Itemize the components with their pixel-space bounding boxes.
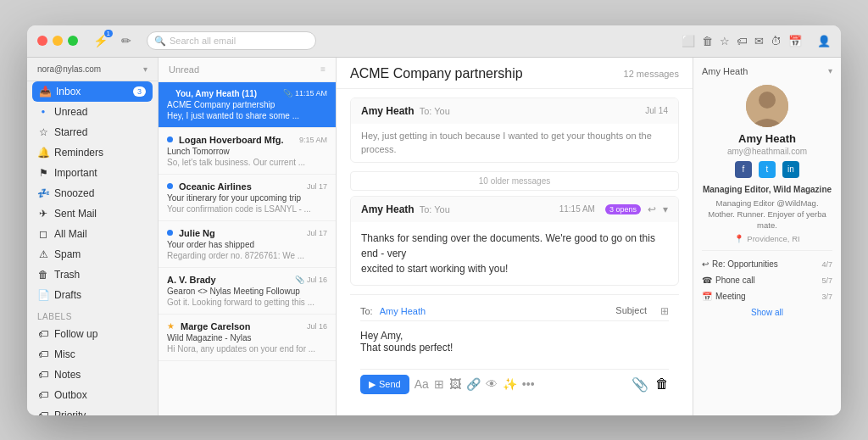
thread-body-line1: Thanks for sending over the documents. W… (361, 232, 655, 259)
sidebar-item-reminders[interactable]: 🔔 Reminders (27, 142, 158, 163)
email-item-4[interactable]: Julie Ng Jul 17 Your order has shipped R… (159, 221, 336, 268)
email-sender-5: A. V. Brady (167, 275, 216, 285)
eye-icon[interactable]: 👁 (486, 377, 498, 391)
account-icon[interactable]: 👤 (817, 35, 831, 47)
label-misc: Misc (54, 348, 75, 360)
svg-point-1 (759, 92, 776, 109)
thread-to-collapsed: To: You (420, 106, 450, 116)
related-item-2[interactable]: ☎ Phone call 5/7 (702, 272, 832, 288)
sidebar-item-priority[interactable]: 🏷 Priority (27, 405, 158, 415)
compose-to-value: Amy Heath (380, 306, 426, 316)
related-item-3[interactable]: 📅 Meeting 3/7 (702, 288, 832, 304)
sidebar-item-snoozed[interactable]: 💤 Snoozed (27, 183, 158, 203)
email-preview-6: Hi Nora, any updates on your end for ... (167, 344, 327, 354)
send-button[interactable]: ▶ Send (360, 375, 409, 394)
label-outbox-icon: 🏷 (37, 389, 49, 401)
inbox-badge: 3 (133, 86, 146, 97)
sidebar-item-important[interactable]: ⚑ Important (27, 163, 158, 183)
image-icon[interactable]: 🖼 (449, 377, 461, 391)
fullscreen-button[interactable] (68, 36, 78, 46)
sidebar-account[interactable]: nora@nylas.com ▾ (27, 58, 158, 81)
email-item-1[interactable]: You, Amy Heath (11) 📎 11:15 AM ACME Comp… (159, 82, 336, 128)
table-icon[interactable]: ⊞ (434, 377, 444, 391)
sidebar-item-label: Drafts (54, 289, 81, 301)
sidebar-item-starred[interactable]: ☆ Starred (27, 122, 158, 142)
delete-compose-icon[interactable]: 🗑 (655, 376, 669, 393)
sidebar-item-drafts[interactable]: 📄 Drafts (27, 285, 158, 305)
email-item-3[interactable]: Oceanic Airlines Jul 17 Your itinerary f… (159, 175, 336, 221)
unread-icon: ● (37, 108, 49, 115)
sidebar-item-sent[interactable]: ✈ Sent Mail (27, 203, 158, 224)
more-options-icon[interactable]: ••• (522, 377, 535, 391)
reply-icon[interactable]: ↩ (648, 203, 656, 215)
compose-line1: Hey Amy, (360, 330, 669, 342)
main-content: nora@nylas.com ▾ 📥 Inbox 3 ● Unread ☆ St… (27, 58, 841, 415)
contact-name-header: Amy Heath (702, 66, 748, 76)
calendar-icon[interactable]: 📅 (788, 35, 802, 47)
unread-dot-3 (167, 183, 173, 189)
email-preview-2: So, let's talk business. Our current ... (167, 158, 327, 167)
unread-indicator (167, 91, 173, 97)
email-item-2[interactable]: Logan Hoverboard Mfg. 9:15 AM Lunch Tomo… (159, 128, 336, 175)
notification-badge: 1 (104, 30, 113, 37)
email-list-title: Unread (169, 64, 199, 75)
account-email: nora@nylas.com (37, 64, 101, 74)
clock-icon[interactable]: ⏱ (771, 35, 782, 47)
older-messages-divider[interactable]: 10 older messages (350, 171, 679, 191)
email-list: Unread ≡ You, Amy Heath (11) 📎 11:15 AM … (159, 58, 337, 415)
label-outbox: Outbox (54, 389, 87, 401)
email-time-4: Jul 17 (307, 229, 327, 237)
contact-chevron-icon[interactable]: ▾ (828, 66, 832, 75)
sidebar-item-label: Important (54, 167, 97, 179)
contact-avatar (746, 85, 788, 127)
link-icon[interactable]: 🔗 (466, 377, 481, 391)
email-item-5[interactable]: A. V. Brady 📎 Jul 16 Gearon <> Nylas Mee… (159, 268, 336, 315)
attachment-compose-icon[interactable]: 📎 (632, 376, 648, 393)
sidebar-item-notes[interactable]: 🏷 Notes (27, 365, 158, 385)
sidebar-item-allmail[interactable]: ◻ All Mail (27, 224, 158, 244)
email-sender-3: Oceanic Airlines (179, 181, 252, 192)
label-notes: Notes (54, 369, 81, 381)
email-subject-3: Your itinerary for your upcoming trip (167, 193, 327, 203)
mail-icon[interactable]: ✉ (754, 35, 764, 47)
email-sender-2: Logan Hoverboard Mfg. (179, 135, 283, 145)
related-item-1[interactable]: ↩ Re: Opportunities 4/7 (702, 256, 832, 272)
location-icon: 📍 (734, 234, 744, 243)
contact-divider (702, 250, 832, 251)
send-label: Send (379, 379, 401, 389)
compose-body[interactable]: Hey Amy, That sounds perfect! (360, 326, 669, 369)
sidebar-item-inbox[interactable]: 📥 Inbox 3 (32, 81, 153, 102)
search-bar[interactable]: 🔍 Search all email (147, 31, 316, 50)
close-button[interactable] (37, 36, 47, 46)
related-text-3: Meeting (715, 292, 746, 301)
compose-expand-icon[interactable]: ⊞ (660, 305, 669, 317)
sidebar-item-label: Inbox (56, 86, 81, 97)
sidebar-item-trash[interactable]: 🗑 Trash (27, 265, 158, 285)
sidebar-item-followup[interactable]: 🏷 Follow up (27, 324, 158, 344)
facebook-icon[interactable]: f (735, 161, 752, 178)
sidebar-item-label: Unread (54, 106, 87, 118)
twitter-icon[interactable]: t (759, 161, 776, 178)
star-icon[interactable]: ☆ (720, 35, 730, 47)
trash-icon[interactable]: 🗑 (702, 35, 713, 47)
trash-folder-icon: 🗑 (37, 269, 49, 281)
sidebar-item-unread[interactable]: ● Unread (27, 102, 158, 122)
format-icon[interactable]: Aa (415, 377, 429, 391)
contact-title: Managing Editor, Wild Magazine (702, 185, 832, 194)
minimize-button[interactable] (53, 36, 63, 46)
sparkle-icon[interactable]: ✨ (503, 377, 517, 391)
tag-icon[interactable]: 🏷 (737, 35, 748, 47)
show-all-button[interactable]: Show all (702, 304, 832, 317)
linkedin-icon[interactable]: in (782, 161, 799, 178)
more-icon[interactable]: ▾ (663, 203, 668, 215)
sidebar-item-label: Sent Mail (54, 208, 97, 220)
sidebar-item-outbox[interactable]: 🏷 Outbox (27, 385, 158, 405)
thread-item-collapsed[interactable]: Amy Heath To: You Jul 14 Hey, just getti… (350, 97, 679, 163)
sidebar-item-spam[interactable]: ⚠ Spam (27, 244, 158, 265)
compose-button[interactable]: ✏ (121, 34, 131, 47)
email-item-6[interactable]: ★ Marge Carelson Jul 16 Wild Magazine - … (159, 315, 336, 361)
archive-icon[interactable]: ⬜ (682, 35, 695, 47)
sidebar-item-misc[interactable]: 🏷 Misc (27, 344, 158, 365)
related-text-1: Re: Opportunities (712, 259, 778, 269)
thread-body-line2: excited to start working with you! (361, 263, 508, 275)
